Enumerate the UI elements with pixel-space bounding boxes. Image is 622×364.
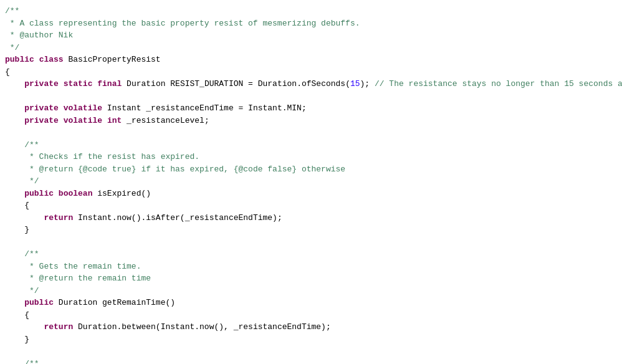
code-token: class bbox=[39, 55, 64, 64]
code-line: private volatile Instant _resistanceEndT… bbox=[0, 102, 622, 115]
code-token bbox=[59, 79, 64, 89]
code-token: /** bbox=[5, 6, 19, 16]
code-line: { bbox=[0, 309, 622, 322]
code-token bbox=[5, 359, 24, 365]
code-token bbox=[5, 116, 24, 125]
code-token: /** bbox=[24, 140, 39, 150]
code-line bbox=[0, 90, 622, 103]
code-token: 15 bbox=[350, 79, 360, 89]
code-token: volatile bbox=[64, 116, 102, 125]
code-token bbox=[5, 249, 24, 259]
code-token bbox=[5, 298, 24, 307]
code-token: Duration RESIST_DURATION = Duration.ofSe… bbox=[122, 79, 350, 89]
code-token bbox=[5, 286, 24, 295]
code-token: */ bbox=[24, 286, 39, 295]
code-editor: /** * A class representing the basic pro… bbox=[0, 0, 622, 364]
code-line: /** bbox=[0, 139, 622, 151]
code-token: isExpired() bbox=[92, 189, 151, 198]
code-line: { bbox=[0, 199, 622, 212]
code-token: private bbox=[24, 116, 59, 125]
code-token: * Checks if the resist has expired. bbox=[24, 152, 199, 161]
code-token bbox=[5, 79, 24, 89]
code-token: final bbox=[97, 79, 122, 89]
code-token: static bbox=[64, 79, 93, 89]
code-token: * @return {@code true} if it has expired… bbox=[24, 165, 345, 174]
code-token bbox=[5, 165, 24, 174]
code-line: * Checks if the resist has expired. bbox=[0, 151, 622, 163]
code-line: public class BasicPropertyResist bbox=[0, 54, 622, 66]
code-line: return Duration.between(Instant.now(), _… bbox=[0, 321, 622, 333]
code-line: */ bbox=[0, 42, 622, 54]
code-line bbox=[0, 345, 622, 358]
code-token: volatile bbox=[64, 103, 102, 113]
code-token: public bbox=[24, 189, 54, 198]
code-token bbox=[5, 140, 24, 150]
code-token bbox=[59, 116, 64, 125]
code-line: private static final Duration RESIST_DUR… bbox=[0, 78, 622, 90]
code-token: public bbox=[24, 298, 54, 307]
code-line: } bbox=[0, 224, 622, 236]
code-line: private volatile int _resistanceLevel; bbox=[0, 115, 622, 127]
code-token: _resistanceLevel; bbox=[122, 116, 209, 125]
code-token: ); bbox=[360, 79, 375, 89]
code-line bbox=[0, 236, 622, 249]
code-line: * A class representing the basic propert… bbox=[0, 17, 622, 30]
code-token: { bbox=[24, 201, 29, 210]
code-line: * @return {@code true} if it has expired… bbox=[0, 163, 622, 176]
code-token: { bbox=[24, 310, 29, 320]
code-token: */ bbox=[5, 43, 19, 52]
code-token: { bbox=[5, 67, 10, 77]
code-token: } bbox=[24, 225, 29, 234]
code-token: Instant.now().isAfter(_resistanceEndTime… bbox=[73, 213, 282, 223]
code-line: public boolean isExpired() bbox=[0, 188, 622, 200]
code-line: /** bbox=[0, 248, 622, 261]
code-token bbox=[5, 225, 24, 234]
code-token: Duration.between(Instant.now(), _resista… bbox=[73, 322, 330, 332]
code-line: * @return the remain time bbox=[0, 272, 622, 285]
code-token: Duration getRemainTime() bbox=[54, 298, 175, 307]
code-token: /** bbox=[24, 249, 39, 259]
code-token: /** bbox=[24, 359, 39, 365]
code-token: public bbox=[5, 55, 34, 64]
code-token bbox=[59, 103, 64, 113]
code-token: private bbox=[24, 103, 59, 113]
code-line: return Instant.now().isAfter(_resistance… bbox=[0, 212, 622, 224]
code-token bbox=[54, 189, 59, 198]
code-token: */ bbox=[24, 176, 39, 186]
code-token bbox=[5, 103, 24, 113]
code-line: /** bbox=[0, 358, 622, 365]
code-token: * A class representing the basic propert… bbox=[5, 19, 360, 28]
code-line: public Duration getRemainTime() bbox=[0, 297, 622, 309]
code-line: */ bbox=[0, 285, 622, 297]
code-token bbox=[5, 274, 24, 283]
code-token bbox=[5, 322, 44, 332]
code-token: BasicPropertyResist bbox=[64, 55, 161, 64]
code-token: * Gets the remain time. bbox=[24, 262, 141, 271]
code-token: } bbox=[24, 335, 29, 344]
code-token: int bbox=[107, 116, 122, 125]
code-token bbox=[5, 201, 24, 210]
code-token: return bbox=[44, 322, 73, 332]
code-token bbox=[5, 213, 44, 223]
code-token: * @return the remain time bbox=[24, 274, 151, 283]
code-token bbox=[5, 335, 24, 344]
code-token bbox=[5, 262, 24, 271]
code-line bbox=[0, 127, 622, 139]
code-token: * @author Nik bbox=[5, 31, 73, 40]
code-token bbox=[5, 310, 24, 320]
code-token: Instant _resistanceEndTime = Instant.MIN… bbox=[102, 103, 307, 113]
code-line: } bbox=[0, 333, 622, 346]
code-token: // The resistance stays no longer than 1… bbox=[375, 79, 622, 89]
code-token bbox=[34, 55, 39, 64]
code-line: { bbox=[0, 66, 622, 79]
code-token: boolean bbox=[59, 189, 93, 198]
code-token: return bbox=[44, 213, 73, 223]
code-token bbox=[5, 189, 24, 198]
code-token: private bbox=[24, 79, 59, 89]
code-line: /** bbox=[0, 5, 622, 17]
code-token bbox=[102, 116, 107, 125]
code-line: * Gets the remain time. bbox=[0, 261, 622, 273]
code-token bbox=[5, 176, 24, 186]
code-line: */ bbox=[0, 175, 622, 188]
code-token bbox=[5, 152, 24, 161]
